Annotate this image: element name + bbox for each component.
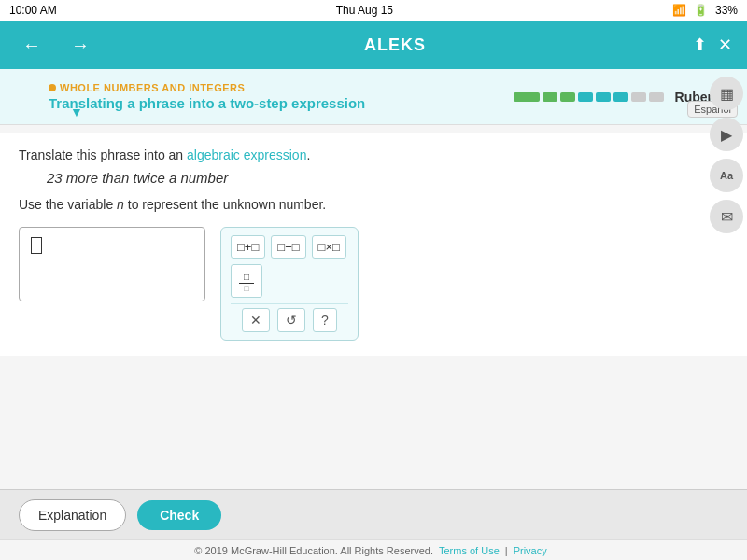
- math-keyboard: □+□ □−□ □×□ □ □ ✕ ↺ ?: [220, 227, 359, 341]
- right-sidebar: ▦ ▶ Aa ✉: [706, 69, 747, 241]
- progress-segment: [613, 92, 628, 102]
- calculator-icon-btn[interactable]: ▦: [710, 77, 743, 110]
- status-bar: 10:00 AM Thu Aug 15 📶 🔋 33%: [0, 0, 747, 21]
- phrase-text: 23 more than twice a number: [47, 170, 728, 186]
- mail-icon-btn[interactable]: ✉: [710, 200, 743, 233]
- app-title: ALEKS: [364, 35, 426, 55]
- plus-op-btn[interactable]: □+□: [231, 235, 265, 259]
- variable-hint: Use the variable n to represent the unkn…: [19, 197, 728, 212]
- wifi-icon: 📶: [672, 4, 686, 17]
- kb-row-1: □+□ □−□ □×□: [231, 235, 348, 259]
- kb-divider: [231, 303, 348, 304]
- answer-cursor: [31, 237, 42, 254]
- undo-btn[interactable]: ↺: [277, 308, 305, 332]
- kb-row-2: □ □: [231, 264, 348, 298]
- minus-op-btn[interactable]: □−□: [271, 235, 305, 259]
- progress-segment: [543, 92, 557, 102]
- text-aa-icon-btn[interactable]: Aa: [710, 159, 743, 192]
- title-actions: ⬆ ✕: [693, 35, 732, 55]
- mult-op-btn[interactable]: □×□: [312, 235, 346, 259]
- answer-box[interactable]: [19, 227, 205, 301]
- progress-segment: [560, 92, 575, 102]
- instruction-text: Translate this phrase into an algebraic …: [19, 147, 728, 162]
- input-area: □+□ □−□ □×□ □ □ ✕ ↺ ?: [19, 227, 728, 341]
- fraction-btn[interactable]: □ □: [231, 264, 262, 298]
- status-time: 10:00 AM: [9, 4, 57, 17]
- help-btn[interactable]: ?: [313, 308, 337, 332]
- explanation-button[interactable]: Explanation: [19, 499, 126, 531]
- topic-dot: [49, 84, 56, 91]
- battery-icon: 🔋: [694, 4, 708, 17]
- close-button[interactable]: ✕: [718, 35, 732, 55]
- progress-segment: [596, 92, 611, 102]
- nav-buttons: ← →: [15, 31, 97, 60]
- terms-link[interactable]: Terms of Use: [439, 545, 500, 556]
- topic-label: WHOLE NUMBERS AND INTEGERS: [49, 82, 365, 93]
- video-icon-btn[interactable]: ▶: [710, 118, 743, 151]
- back-button[interactable]: ←: [15, 31, 49, 60]
- clear-btn[interactable]: ✕: [242, 308, 270, 332]
- progress-segment: [578, 92, 593, 102]
- share-button[interactable]: ⬆: [693, 35, 707, 55]
- bottom-bar: Explanation Check: [0, 489, 747, 539]
- progress-bar: [514, 92, 664, 102]
- lesson-info: WHOLE NUMBERS AND INTEGERS Translating a…: [49, 82, 365, 111]
- title-bar: ← → ALEKS ⬆ ✕: [0, 21, 747, 69]
- dropdown-arrow: ▼: [70, 105, 83, 119]
- privacy-link[interactable]: Privacy: [514, 545, 547, 556]
- fraction-symbol: □ □: [239, 273, 254, 293]
- status-day: Thu Aug 15: [336, 4, 393, 17]
- battery-percent: 33%: [715, 4, 738, 17]
- footer: © 2019 McGraw-Hill Education. All Rights…: [0, 539, 747, 560]
- progress-segment: [514, 92, 540, 102]
- check-button[interactable]: Check: [137, 500, 221, 530]
- sub-header: ☰ WHOLE NUMBERS AND INTEGERS Translating…: [0, 69, 747, 125]
- progress-segment: [649, 92, 664, 102]
- algebraic-expression-link[interactable]: algebraic expression: [187, 147, 306, 162]
- progress-segment: [631, 92, 646, 102]
- lesson-title: Translating a phrase into a two-step exp…: [49, 95, 365, 111]
- forward-button[interactable]: →: [63, 31, 97, 60]
- main-content: Translate this phrase into an algebraic …: [0, 133, 747, 356]
- kb-bottom-row: ✕ ↺ ?: [231, 308, 348, 332]
